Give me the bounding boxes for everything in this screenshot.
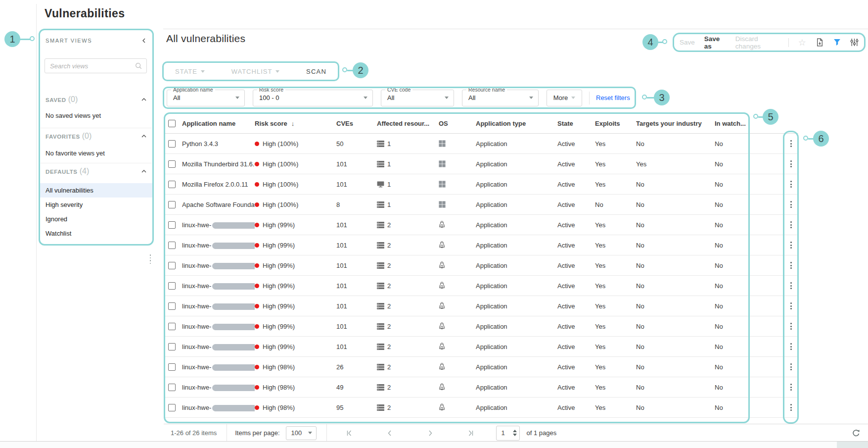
row-menu-button[interactable] [783,235,798,255]
row-checkbox[interactable] [168,221,176,229]
table-row[interactable]: Mozilla Thunderbird 31.6.0High (100%)101… [165,154,798,174]
column-header-application-type[interactable]: Application type [476,120,557,127]
row-menu-button[interactable] [783,134,798,153]
table-row[interactable]: linux-hwe-High (99%)1012ApplicationActiv… [165,296,798,316]
table-row[interactable]: linux-hwe-High (98%)952ApplicationActive… [165,398,798,418]
table-row[interactable]: linux-hwe-High (98%)262ApplicationActive… [165,357,798,377]
table-row[interactable]: linux-hwe-High (99%)1012ApplicationActiv… [165,215,798,235]
column-label: Application name [182,120,235,127]
row-menu-button[interactable] [783,174,798,194]
row-menu-button[interactable] [783,276,798,296]
table-row[interactable]: linux-hwe-High (99%)1012ApplicationActiv… [165,276,798,296]
row-menu-button[interactable] [783,377,798,397]
filter-funnel-icon[interactable] [833,39,841,46]
table-row[interactable]: linux-hwe-High (98%)492ApplicationActive… [165,377,798,398]
page-increment-button[interactable] [513,430,517,432]
sidebar-item-watchlist[interactable]: Watchlist [39,226,154,241]
previous-page-button[interactable] [379,426,400,440]
row-checkbox[interactable] [168,302,176,310]
column-header-affected-resour[interactable]: Affected resour... [377,120,439,127]
first-page-button[interactable] [339,426,360,440]
row-checkbox[interactable] [168,262,176,269]
scan-button[interactable]: SCAN [306,68,326,75]
resource-name-filter[interactable]: Resource name All [462,90,539,106]
items-per-page-select[interactable]: 100 [286,426,317,440]
column-header-exploits[interactable]: Exploits [595,120,636,127]
cve-code-filter[interactable]: CVE code All [381,90,454,106]
row-menu-button[interactable] [783,215,798,235]
section-favorites-header[interactable]: FAVORITES(0) [46,132,147,141]
refresh-button[interactable] [852,429,860,437]
row-menu-button[interactable] [783,154,798,174]
application-name-filter[interactable]: Application name All [167,90,245,106]
column-settings-icon[interactable] [850,38,859,47]
row-checkbox[interactable] [168,363,176,371]
row-menu-button[interactable] [783,255,798,275]
column-header-in-watch[interactable]: In watch... [715,120,749,127]
table-row[interactable]: linux-hwe-High (98%)1012ApplicationActiv… [165,418,798,423]
discard-changes-button[interactable]: Discard changes [735,35,779,50]
sidebar-item-high-severity[interactable]: High severity [39,198,154,212]
column-header-cves[interactable]: CVEs [336,120,377,127]
row-menu-button[interactable] [783,357,798,377]
row-menu-button[interactable] [783,316,798,336]
row-menu-button[interactable] [783,296,798,316]
divider [227,424,227,442]
last-page-button[interactable] [460,426,481,440]
state-cell: Active [557,363,595,371]
column-header-os[interactable]: OS [439,120,476,127]
section-defaults-header[interactable]: DEFAULTS(4) [46,167,147,176]
more-filters-button[interactable]: More [547,90,582,106]
filter-value: All [173,94,180,101]
page-decrement-button[interactable] [513,434,517,436]
column-header-application-name[interactable]: Application name [182,120,255,127]
section-saved-header[interactable]: SAVED(0) [46,95,147,104]
next-page-button[interactable] [420,426,441,440]
row-menu-button[interactable] [783,418,798,423]
page-number-input[interactable]: 1 [496,426,520,441]
table-row[interactable]: linux-hwe-High (99%)1012ApplicationActiv… [165,255,798,276]
table-row[interactable]: linux-hwe-High (99%)1012ApplicationActiv… [165,235,798,255]
divider [589,92,590,104]
state-dropdown[interactable]: STATE [175,68,205,75]
collapse-panel-button[interactable] [141,38,147,44]
search-views-input[interactable] [45,62,135,70]
row-menu-button[interactable] [783,398,798,417]
watchlist-dropdown[interactable]: WATCHLIST [231,68,280,75]
row-checkbox[interactable] [168,181,176,188]
risk-score-filter[interactable]: Risk score 100 - 0 [253,90,373,106]
row-checkbox[interactable] [168,384,176,391]
column-header-state[interactable]: State [557,120,595,127]
export-icon[interactable] [816,38,824,47]
table-row[interactable]: linux-hwe-High (99%)1012ApplicationActiv… [165,316,798,337]
row-checkbox[interactable] [168,140,176,148]
state-cell: Active [557,262,595,269]
row-checkbox[interactable] [168,282,176,290]
table-row[interactable]: Python 3.4.3High (100%)501ApplicationAct… [165,134,798,154]
save-as-button[interactable]: Save as [704,35,726,50]
row-menu-button[interactable] [783,337,798,356]
column-label: Risk score [255,120,287,127]
row-menu-button[interactable] [783,195,798,214]
row-checkbox[interactable] [168,343,176,350]
application-name: linux-hwe- [182,323,211,330]
row-checkbox[interactable] [168,404,176,411]
column-header-risk-score[interactable]: Risk score↓ [255,120,336,127]
row-checkbox[interactable] [168,323,176,330]
panel-resize-handle[interactable] [148,254,152,264]
sidebar-item-ignored[interactable]: Ignored [39,212,154,226]
table-row[interactable]: Apache Software FoundationHigh (100%)81A… [165,195,798,215]
save-button[interactable]: Save [680,39,695,46]
favorite-star-icon[interactable]: ☆ [798,38,806,47]
row-checkbox[interactable] [168,160,176,168]
row-checkbox[interactable] [168,242,176,249]
reset-filters-link[interactable]: Reset filters [596,94,630,101]
more-label: More [553,94,568,101]
table-row[interactable]: linux-hwe-High (99%)1012ApplicationActiv… [165,337,798,357]
row-checkbox[interactable] [168,201,176,208]
exploits-cell: Yes [595,181,636,188]
column-header-targets-your-industry[interactable]: Targets your industry [636,120,715,127]
sidebar-item-all-vulnerabilities[interactable]: All vulnerabilities [39,183,154,198]
select-all-checkbox[interactable] [168,120,176,127]
table-row[interactable]: Mozilla Firefox 2.0.0.11High (100%)1011A… [165,174,798,195]
